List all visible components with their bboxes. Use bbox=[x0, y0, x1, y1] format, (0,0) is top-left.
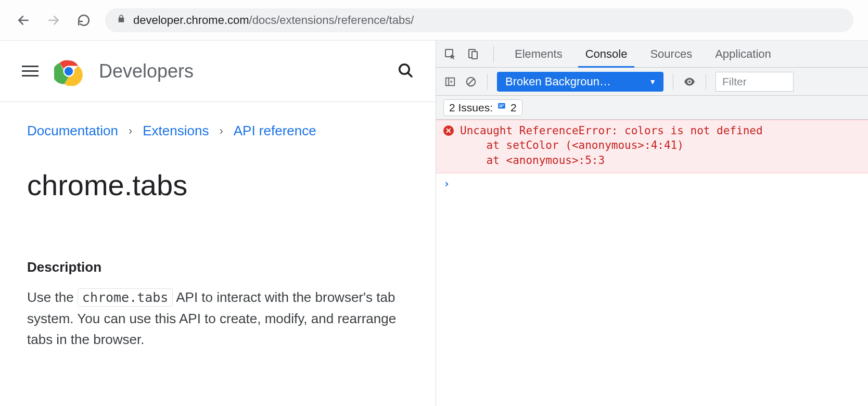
page-title: chrome.tabs bbox=[27, 168, 409, 202]
url-host: developer.chrome.com bbox=[133, 14, 249, 27]
breadcrumb-api-reference[interactable]: API reference bbox=[234, 123, 316, 139]
inline-code: chrome.tabs bbox=[78, 288, 173, 307]
error-text: Uncaught ReferenceError: colors is not d… bbox=[460, 123, 763, 168]
issues-bar: 2 Issues: 2 bbox=[436, 96, 868, 120]
device-toggle-icon[interactable] bbox=[466, 47, 480, 61]
chevron-down-icon: ▼ bbox=[649, 78, 656, 86]
console-error[interactable]: ✕ Uncaught ReferenceError: colors is not… bbox=[436, 120, 868, 173]
menu-button[interactable] bbox=[22, 66, 39, 77]
description-text: Use the chrome.tabs API to interact with… bbox=[27, 287, 409, 350]
svg-point-15 bbox=[688, 80, 691, 82]
issues-label: 2 Issues: bbox=[449, 102, 493, 114]
description-heading: Description bbox=[27, 259, 409, 275]
issues-count: 2 bbox=[510, 102, 517, 114]
live-expression-icon[interactable] bbox=[683, 75, 696, 88]
description-pre: Use the bbox=[27, 289, 78, 305]
chevron-right-icon: › bbox=[219, 124, 223, 138]
console-toolbar: Broken Backgroun… ▼ Filter bbox=[436, 68, 868, 96]
search-button[interactable] bbox=[397, 62, 414, 81]
context-dropdown-label: Broken Backgroun… bbox=[505, 75, 611, 88]
reload-button[interactable] bbox=[75, 11, 93, 29]
breadcrumb-documentation[interactable]: Documentation bbox=[27, 123, 118, 139]
prompt-icon: › bbox=[443, 177, 450, 190]
breadcrumb-extensions[interactable]: Extensions bbox=[143, 123, 209, 139]
svg-rect-18 bbox=[500, 106, 503, 107]
svg-point-4 bbox=[65, 67, 73, 75]
svg-marker-12 bbox=[451, 80, 453, 83]
tab-console[interactable]: Console bbox=[574, 41, 639, 67]
console-prompt[interactable]: › bbox=[436, 173, 868, 194]
svg-rect-16 bbox=[498, 103, 505, 109]
svg-rect-9 bbox=[472, 52, 477, 59]
filter-input[interactable]: Filter bbox=[716, 72, 794, 92]
context-dropdown[interactable]: Broken Backgroun… ▼ bbox=[497, 72, 663, 92]
filter-placeholder: Filter bbox=[722, 75, 747, 88]
svg-rect-17 bbox=[500, 105, 504, 106]
breadcrumb: Documentation › Extensions › API referen… bbox=[27, 123, 409, 139]
devtools-panel: Elements Console Sources Application Bro… bbox=[436, 41, 868, 406]
address-bar[interactable]: developer.chrome.com/docs/extensions/ref… bbox=[105, 8, 853, 32]
clear-console-icon[interactable] bbox=[464, 75, 478, 88]
inspect-icon[interactable] bbox=[443, 47, 457, 61]
svg-line-6 bbox=[408, 72, 412, 76]
url-text: developer.chrome.com/docs/extensions/ref… bbox=[133, 14, 414, 27]
tab-application[interactable]: Application bbox=[704, 41, 783, 67]
forward-button[interactable] bbox=[45, 11, 62, 29]
svg-rect-10 bbox=[446, 78, 455, 85]
url-path: /docs/extensions/reference/tabs/ bbox=[249, 14, 414, 27]
console-output: ✕ Uncaught ReferenceError: colors is not… bbox=[436, 120, 868, 406]
tab-sources[interactable]: Sources bbox=[639, 41, 704, 67]
error-icon: ✕ bbox=[443, 125, 454, 136]
site-header: Developers bbox=[0, 41, 436, 102]
svg-line-14 bbox=[468, 79, 474, 84]
devtools-tabbar: Elements Console Sources Application bbox=[436, 41, 868, 68]
issues-icon bbox=[497, 102, 506, 113]
site-title: Developers bbox=[99, 60, 194, 82]
issues-pill[interactable]: 2 Issues: 2 bbox=[443, 99, 522, 116]
lock-icon bbox=[117, 14, 126, 26]
chevron-right-icon: › bbox=[129, 124, 132, 138]
browser-toolbar: developer.chrome.com/docs/extensions/ref… bbox=[0, 0, 868, 41]
sidebar-toggle-icon[interactable] bbox=[443, 75, 457, 88]
tab-elements[interactable]: Elements bbox=[503, 41, 574, 67]
chrome-logo-icon bbox=[54, 57, 83, 86]
back-button[interactable] bbox=[15, 11, 32, 29]
page-content-pane: Developers Documentation › Extensions › … bbox=[0, 41, 436, 406]
